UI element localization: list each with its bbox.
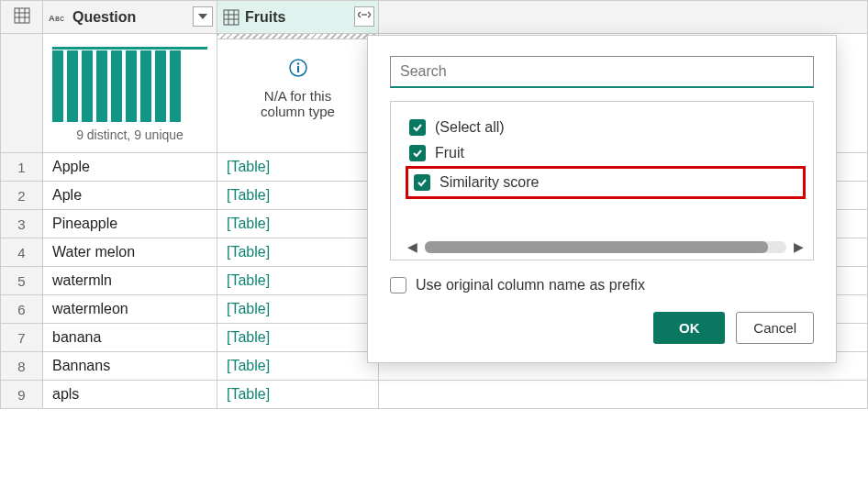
checkbox-unchecked-icon: [390, 277, 406, 293]
svg-marker-8: [198, 14, 207, 19]
checkbox-checked-icon: [409, 119, 426, 136]
info-icon: [217, 58, 378, 81]
search-input[interactable]: [390, 56, 814, 88]
table-row[interactable]: 9apls[Table]: [1, 381, 868, 409]
profile-question: 9 distinct, 9 unique: [43, 34, 217, 153]
distribution-bar: [82, 50, 93, 122]
columns-options-box: (Select all) Fruit Similarity score ◀ ▶: [390, 101, 814, 260]
svg-rect-17: [297, 66, 299, 72]
horizontal-scrollbar[interactable]: ◀ ▶: [406, 239, 806, 254]
table-link[interactable]: [Table]: [227, 272, 270, 288]
distribution-bar: [170, 50, 181, 122]
highlight-box: Similarity score: [406, 166, 806, 199]
column-header-question[interactable]: ABC Question: [43, 1, 217, 34]
cell-fruits[interactable]: [Table]: [217, 324, 379, 352]
table-icon: [14, 7, 30, 24]
svg-rect-9: [224, 10, 239, 25]
cell-question[interactable]: apls: [43, 381, 217, 409]
table-link[interactable]: [Table]: [227, 244, 270, 260]
table-link[interactable]: [Table]: [227, 301, 270, 316]
cell-fruits[interactable]: [Table]: [217, 182, 379, 210]
chevron-down-icon: [198, 12, 207, 21]
row-number: 1: [1, 153, 43, 182]
option-label: (Select all): [435, 119, 505, 136]
column-header-fruits[interactable]: Fruits: [217, 1, 379, 34]
column-header-empty: [379, 1, 868, 34]
table-link[interactable]: [Table]: [227, 386, 270, 402]
row-number: 4: [1, 238, 43, 267]
table-type-icon: [223, 9, 239, 26]
cell-fruits[interactable]: [Table]: [217, 210, 379, 238]
svg-text:C: C: [60, 15, 64, 21]
table-link[interactable]: [Table]: [227, 159, 270, 174]
cell-question[interactable]: watermln: [43, 267, 217, 295]
prefix-option[interactable]: Use original column name as prefix: [390, 277, 814, 293]
cell-fruits[interactable]: [Table]: [217, 295, 379, 324]
checkbox-checked-icon: [409, 145, 426, 161]
table-link[interactable]: [Table]: [227, 329, 270, 345]
distribution-bar: [67, 50, 78, 122]
row-number: 2: [1, 182, 43, 210]
distribution-bar: [126, 50, 137, 122]
column-filter-button[interactable]: [193, 6, 213, 27]
scroll-right-icon[interactable]: ▶: [792, 239, 806, 254]
svg-rect-0: [15, 8, 29, 23]
expand-column-button[interactable]: [354, 6, 374, 27]
cell-question[interactable]: Apple: [43, 153, 217, 182]
cell-question[interactable]: Bannans: [43, 352, 217, 381]
column-label: Question: [72, 9, 136, 26]
profile-stats: 9 distinct, 9 unique: [52, 127, 207, 142]
distribution-bar: [111, 50, 122, 122]
cell-fruits[interactable]: [Table]: [217, 153, 379, 182]
distribution-bar: [52, 50, 63, 122]
distribution-bar: [155, 50, 166, 122]
distribution-bar: [96, 50, 107, 122]
na-text-1: N/A for this: [217, 88, 378, 104]
cell-fruits[interactable]: [Table]: [217, 238, 379, 267]
expand-columns-popup: (Select all) Fruit Similarity score ◀ ▶ …: [367, 35, 837, 363]
svg-text:B: B: [55, 15, 60, 21]
row-number: 3: [1, 210, 43, 238]
table-link[interactable]: [Table]: [227, 187, 270, 203]
row-number: 6: [1, 295, 43, 324]
row-number: 7: [1, 324, 43, 352]
cell-fruits[interactable]: [Table]: [217, 381, 379, 409]
row-number: 8: [1, 352, 43, 381]
column-label: Fruits: [245, 9, 285, 26]
option-similarity-score[interactable]: Similarity score: [410, 170, 801, 195]
svg-text:A: A: [49, 13, 55, 22]
cell-question[interactable]: watermleon: [43, 295, 217, 324]
prefix-label: Use original column name as prefix: [416, 277, 645, 293]
cancel-button[interactable]: Cancel: [736, 312, 814, 344]
option-select-all[interactable]: (Select all): [406, 115, 806, 140]
row-header-corner[interactable]: [1, 1, 43, 34]
option-label: Similarity score: [440, 174, 539, 191]
cell-question[interactable]: Water melon: [43, 238, 217, 267]
checkbox-checked-icon: [414, 174, 430, 191]
na-text-2: column type: [217, 104, 378, 119]
expand-icon: [358, 11, 371, 22]
row-number: 9: [1, 381, 43, 409]
row-number: 5: [1, 267, 43, 295]
cell-question[interactable]: Pineapple: [43, 210, 217, 238]
cell-fruits[interactable]: [Table]: [217, 352, 379, 381]
cell-fruits[interactable]: [Table]: [217, 267, 379, 295]
profile-fruits: N/A for this column type: [217, 34, 379, 153]
table-link[interactable]: [Table]: [227, 358, 270, 373]
cell-question[interactable]: Aple: [43, 182, 217, 210]
distribution-bar: [140, 50, 151, 122]
ok-button[interactable]: OK: [653, 312, 725, 344]
distribution-bars: [52, 47, 207, 122]
scroll-left-icon[interactable]: ◀: [406, 239, 419, 254]
table-link[interactable]: [Table]: [227, 216, 270, 231]
text-type-icon: ABC: [49, 10, 67, 25]
svg-point-16: [296, 62, 299, 65]
scroll-thumb[interactable]: [425, 241, 768, 253]
option-fruit[interactable]: Fruit: [406, 140, 806, 166]
option-label: Fruit: [435, 145, 464, 161]
cell-question[interactable]: banana: [43, 324, 217, 352]
